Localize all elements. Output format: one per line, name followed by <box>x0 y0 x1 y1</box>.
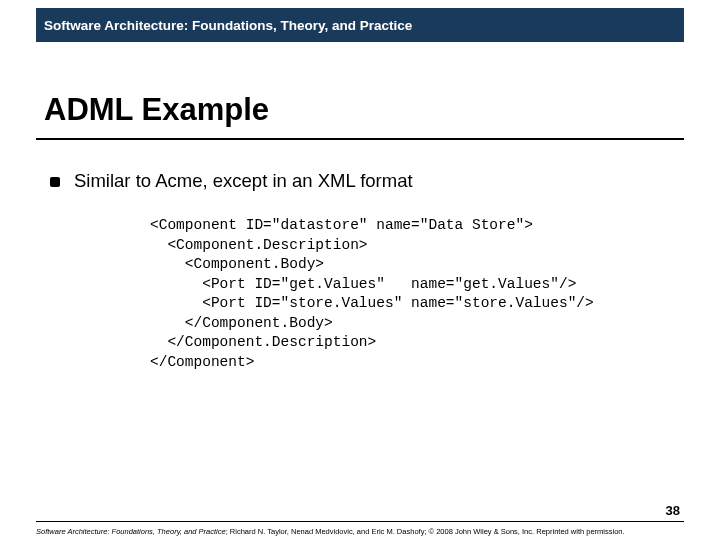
slide-body: Similar to Acme, except in an XML format… <box>50 170 670 373</box>
code-block: <Component ID="datastore" name="Data Sto… <box>150 216 670 373</box>
footer-book-title: Software Architecture: Foundations, Theo… <box>36 527 226 536</box>
slide: Software Architecture: Foundations, Theo… <box>0 0 720 540</box>
title-underline <box>36 138 684 140</box>
header-banner: Software Architecture: Foundations, Theo… <box>36 8 684 42</box>
footer-citation: Software Architecture: Foundations, Theo… <box>36 527 684 536</box>
bullet-item: Similar to Acme, except in an XML format <box>50 170 670 192</box>
footer-rule <box>36 521 684 522</box>
page-number: 38 <box>666 503 680 518</box>
bullet-text: Similar to Acme, except in an XML format <box>74 170 413 192</box>
footer-rest: ; Richard N. Taylor, Nenad Medvidovic, a… <box>226 527 625 536</box>
slide-title: ADML Example <box>44 92 269 128</box>
bullet-icon <box>50 177 60 187</box>
header-banner-text: Software Architecture: Foundations, Theo… <box>44 18 412 33</box>
